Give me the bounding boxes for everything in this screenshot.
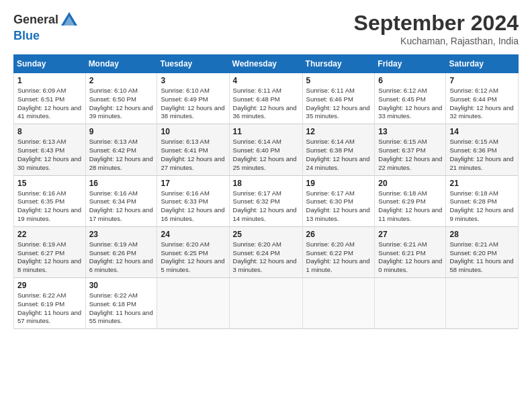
day-info: Sunrise: 6:17 AMSunset: 6:32 PMDaylight:… <box>233 189 297 222</box>
calendar-cell <box>302 278 375 329</box>
day-info: Sunrise: 6:16 AMSunset: 6:35 PMDaylight:… <box>17 189 81 222</box>
title-block: September 2024 Kuchaman, Rajasthan, Indi… <box>354 11 519 46</box>
day-number: 29 <box>17 281 82 290</box>
calendar-cell: 26 Sunrise: 6:20 AMSunset: 6:22 PMDaylig… <box>302 226 375 277</box>
weekday-header-saturday: Saturday <box>446 55 519 73</box>
calendar-cell: 11 Sunrise: 6:14 AMSunset: 6:40 PMDaylig… <box>229 124 302 175</box>
week-row-3: 15 Sunrise: 6:16 AMSunset: 6:35 PMDaylig… <box>14 175 519 226</box>
day-number: 1 <box>17 76 82 85</box>
day-number: 27 <box>378 230 442 239</box>
day-info: Sunrise: 6:18 AMSunset: 6:28 PMDaylight:… <box>449 189 513 222</box>
day-number: 4 <box>233 76 299 85</box>
weekday-header-tuesday: Tuesday <box>157 55 229 73</box>
day-info: Sunrise: 6:20 AMSunset: 6:24 PMDaylight:… <box>233 240 297 273</box>
calendar-cell: 28 Sunrise: 6:21 AMSunset: 6:20 PMDaylig… <box>446 226 519 277</box>
day-number: 10 <box>161 127 225 136</box>
week-row-1: 1 Sunrise: 6:09 AMSunset: 6:51 PMDayligh… <box>14 73 519 124</box>
day-number: 26 <box>306 230 371 239</box>
calendar-cell: 18 Sunrise: 6:17 AMSunset: 6:32 PMDaylig… <box>229 175 302 226</box>
calendar-cell <box>157 278 229 329</box>
weekday-header-sunday: Sunday <box>14 55 86 73</box>
calendar-cell: 6 Sunrise: 6:12 AMSunset: 6:45 PMDayligh… <box>375 73 446 124</box>
day-info: Sunrise: 6:12 AMSunset: 6:45 PMDaylight:… <box>378 87 442 120</box>
calendar-cell: 14 Sunrise: 6:15 AMSunset: 6:36 PMDaylig… <box>446 124 519 175</box>
calendar-cell <box>446 278 519 329</box>
day-info: Sunrise: 6:20 AMSunset: 6:22 PMDaylight:… <box>306 240 370 273</box>
day-number: 17 <box>161 179 225 188</box>
calendar-cell: 17 Sunrise: 6:16 AMSunset: 6:33 PMDaylig… <box>157 175 229 226</box>
day-number: 20 <box>378 179 442 188</box>
logo-general: General <box>13 13 58 26</box>
calendar-cell: 29 Sunrise: 6:22 AMSunset: 6:19 PMDaylig… <box>14 278 86 329</box>
calendar-cell: 22 Sunrise: 6:19 AMSunset: 6:27 PMDaylig… <box>14 226 86 277</box>
weekday-header-monday: Monday <box>85 55 157 73</box>
calendar-cell: 21 Sunrise: 6:18 AMSunset: 6:28 PMDaylig… <box>446 175 519 226</box>
weekday-header-thursday: Thursday <box>302 55 375 73</box>
day-info: Sunrise: 6:21 AMSunset: 6:20 PMDaylight:… <box>449 240 513 273</box>
day-info: Sunrise: 6:22 AMSunset: 6:18 PMDaylight:… <box>89 291 153 324</box>
day-info: Sunrise: 6:09 AMSunset: 6:51 PMDaylight:… <box>17 87 81 120</box>
calendar-cell: 15 Sunrise: 6:16 AMSunset: 6:35 PMDaylig… <box>14 175 86 226</box>
day-info: Sunrise: 6:19 AMSunset: 6:27 PMDaylight:… <box>17 240 81 273</box>
day-info: Sunrise: 6:12 AMSunset: 6:44 PMDaylight:… <box>449 87 513 120</box>
calendar-cell: 7 Sunrise: 6:12 AMSunset: 6:44 PMDayligh… <box>446 73 519 124</box>
day-info: Sunrise: 6:14 AMSunset: 6:38 PMDaylight:… <box>306 138 370 171</box>
calendar-cell: 2 Sunrise: 6:10 AMSunset: 6:50 PMDayligh… <box>85 73 157 124</box>
day-info: Sunrise: 6:11 AMSunset: 6:46 PMDaylight:… <box>306 87 370 120</box>
day-number: 11 <box>233 127 299 136</box>
location: Kuchaman, Rajasthan, India <box>354 36 519 46</box>
day-number: 8 <box>17 127 82 136</box>
calendar-cell <box>229 278 302 329</box>
day-info: Sunrise: 6:16 AMSunset: 6:33 PMDaylight:… <box>161 189 224 222</box>
calendar-cell: 13 Sunrise: 6:15 AMSunset: 6:37 PMDaylig… <box>375 124 446 175</box>
day-number: 16 <box>89 179 154 188</box>
week-row-4: 22 Sunrise: 6:19 AMSunset: 6:27 PMDaylig… <box>14 226 519 277</box>
calendar-cell: 8 Sunrise: 6:13 AMSunset: 6:43 PMDayligh… <box>14 124 86 175</box>
calendar-table: SundayMondayTuesdayWednesdayThursdayFrid… <box>13 54 519 329</box>
day-number: 13 <box>378 127 442 136</box>
calendar-cell: 30 Sunrise: 6:22 AMSunset: 6:18 PMDaylig… <box>85 278 157 329</box>
day-info: Sunrise: 6:21 AMSunset: 6:21 PMDaylight:… <box>378 240 442 273</box>
day-number: 18 <box>233 179 299 188</box>
calendar-cell: 23 Sunrise: 6:19 AMSunset: 6:26 PMDaylig… <box>85 226 157 277</box>
calendar-cell: 27 Sunrise: 6:21 AMSunset: 6:21 PMDaylig… <box>375 226 446 277</box>
day-number: 7 <box>449 76 515 85</box>
day-number: 24 <box>161 230 225 239</box>
day-number: 21 <box>449 179 515 188</box>
page-header: General Blue September 2024 Kuchaman, Ra… <box>13 11 519 46</box>
week-row-2: 8 Sunrise: 6:13 AMSunset: 6:43 PMDayligh… <box>14 124 519 175</box>
day-number: 25 <box>233 230 299 239</box>
day-number: 15 <box>17 179 82 188</box>
calendar-cell: 19 Sunrise: 6:17 AMSunset: 6:30 PMDaylig… <box>302 175 375 226</box>
day-info: Sunrise: 6:14 AMSunset: 6:40 PMDaylight:… <box>233 138 297 171</box>
day-number: 23 <box>89 230 154 239</box>
day-info: Sunrise: 6:19 AMSunset: 6:26 PMDaylight:… <box>89 240 153 273</box>
calendar-cell: 10 Sunrise: 6:13 AMSunset: 6:41 PMDaylig… <box>157 124 229 175</box>
day-number: 19 <box>306 179 371 188</box>
calendar-cell: 5 Sunrise: 6:11 AMSunset: 6:46 PMDayligh… <box>302 73 375 124</box>
day-number: 28 <box>449 230 515 239</box>
day-info: Sunrise: 6:18 AMSunset: 6:29 PMDaylight:… <box>378 189 442 222</box>
day-number: 2 <box>89 76 154 85</box>
day-info: Sunrise: 6:13 AMSunset: 6:42 PMDaylight:… <box>89 138 153 171</box>
calendar-cell: 25 Sunrise: 6:20 AMSunset: 6:24 PMDaylig… <box>229 226 302 277</box>
month-title: September 2024 <box>354 11 519 36</box>
day-info: Sunrise: 6:20 AMSunset: 6:25 PMDaylight:… <box>161 240 224 273</box>
calendar-cell: 1 Sunrise: 6:09 AMSunset: 6:51 PMDayligh… <box>14 73 86 124</box>
day-info: Sunrise: 6:15 AMSunset: 6:36 PMDaylight:… <box>449 138 513 171</box>
day-number: 12 <box>306 127 371 136</box>
day-number: 3 <box>161 76 225 85</box>
day-info: Sunrise: 6:17 AMSunset: 6:30 PMDaylight:… <box>306 189 370 222</box>
calendar-cell: 9 Sunrise: 6:13 AMSunset: 6:42 PMDayligh… <box>85 124 157 175</box>
weekday-header-row: SundayMondayTuesdayWednesdayThursdayFrid… <box>14 55 519 73</box>
day-info: Sunrise: 6:22 AMSunset: 6:19 PMDaylight:… <box>17 291 81 324</box>
day-info: Sunrise: 6:10 AMSunset: 6:50 PMDaylight:… <box>89 87 153 120</box>
day-number: 14 <box>449 127 515 136</box>
calendar-cell: 16 Sunrise: 6:16 AMSunset: 6:34 PMDaylig… <box>85 175 157 226</box>
calendar-cell: 24 Sunrise: 6:20 AMSunset: 6:25 PMDaylig… <box>157 226 229 277</box>
day-number: 6 <box>378 76 442 85</box>
day-number: 22 <box>17 230 82 239</box>
calendar-cell: 12 Sunrise: 6:14 AMSunset: 6:38 PMDaylig… <box>302 124 375 175</box>
weekday-header-wednesday: Wednesday <box>229 55 302 73</box>
day-number: 9 <box>89 127 154 136</box>
